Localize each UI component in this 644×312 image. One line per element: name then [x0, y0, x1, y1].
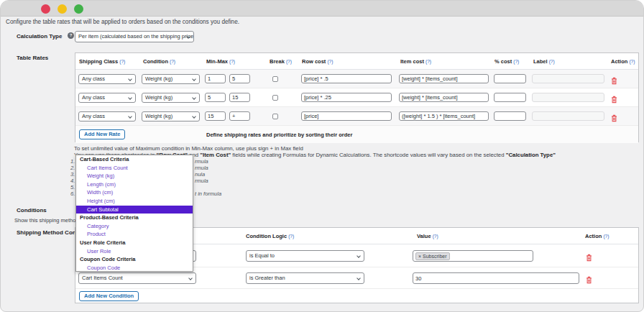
shipping-class-select[interactable]: Any class [78, 111, 136, 121]
max-input[interactable]: 15 [229, 93, 250, 102]
break-checkbox[interactable] [272, 76, 278, 82]
delete-rate-button[interactable] [611, 75, 617, 83]
max-input[interactable]: + [229, 111, 250, 121]
shipping-class-select[interactable]: Any class [78, 93, 136, 103]
rates-footer-note: Define shipping rates and prioritize by … [206, 132, 352, 138]
item-cost-input[interactable]: [weight] * [items_count] [399, 74, 489, 83]
help-marker[interactable]: (?) [288, 234, 294, 239]
help-marker[interactable]: (?) [170, 59, 175, 64]
item-cost-input[interactable]: ([weight] * 1.5 ) * [items_count] [399, 111, 489, 121]
row-cost-input[interactable]: [price] * .25 [301, 93, 392, 102]
col-condition: Condition (?) [143, 58, 175, 65]
delete-condition-button[interactable] [586, 252, 592, 260]
chevron-down-icon [128, 96, 132, 100]
chevron-down-icon [192, 96, 196, 100]
label-input[interactable] [532, 93, 604, 102]
list-fragment: rmula [195, 165, 208, 171]
help-marker[interactable]: (?) [603, 234, 609, 239]
chip-label: Subscriber [423, 254, 446, 259]
condition-type-select[interactable]: Cart Items Count [78, 272, 196, 284]
criteria-dropdown: Cart-Based Criteria Cart Items Count Wei… [75, 155, 193, 272]
list-number: 5. [70, 184, 75, 191]
col-shipping-class: Shipping Class (?) [79, 58, 125, 65]
row-cost-input[interactable]: [price] [301, 111, 392, 121]
chevron-down-icon [192, 114, 196, 119]
chevron-down-icon [188, 276, 193, 280]
dropdown-option[interactable]: User Role [76, 247, 193, 256]
window-close-icon[interactable] [41, 4, 50, 14]
label-input[interactable] [532, 74, 604, 83]
delete-condition-button[interactable] [586, 274, 592, 282]
dropdown-option[interactable]: Cart Items Count [76, 164, 193, 173]
break-checkbox[interactable] [272, 95, 278, 101]
min-input[interactable]: 15 [205, 111, 226, 121]
intro-text: Configure the table rates that will be a… [6, 19, 239, 25]
window-maximize-icon[interactable] [74, 4, 83, 14]
list-fragment: t in formula [195, 191, 221, 197]
calculation-type-select[interactable]: Per item (calculated based on the shippi… [75, 31, 194, 42]
table-rates-card: Shipping Class (?) Condition (?) Min-Max… [75, 52, 639, 142]
condition-logic-select[interactable]: is Greater than [246, 272, 364, 284]
condition-select[interactable]: Weight (kg) [142, 93, 200, 103]
pct-cost-input[interactable] [494, 93, 526, 102]
break-checkbox[interactable] [272, 114, 278, 119]
min-input[interactable]: 1 [205, 74, 226, 83]
help-marker[interactable]: (?) [119, 59, 125, 64]
chevron-down-icon [356, 276, 361, 280]
help-marker[interactable]: (?) [286, 59, 292, 64]
window-minimize-icon[interactable] [58, 4, 67, 14]
delete-rate-button[interactable] [611, 112, 617, 120]
col-break: Break (?) [270, 58, 292, 65]
dropdown-option[interactable]: Coupon Code [76, 264, 193, 272]
dropdown-option[interactable]: Weight (kg) [76, 172, 193, 180]
help-marker[interactable]: (?) [229, 59, 235, 64]
chevron-down-icon [356, 254, 361, 258]
condition-value-input[interactable]: × Subscriber [413, 250, 533, 262]
max-input[interactable]: 5 [229, 74, 250, 83]
chip-remove-icon[interactable]: × [418, 254, 421, 259]
help-marker[interactable]: (?) [426, 59, 431, 64]
pct-cost-input[interactable] [494, 74, 526, 83]
list-fragment: rmula [195, 158, 208, 165]
col-action: Action (?) [611, 58, 635, 65]
delete-rate-button[interactable] [611, 93, 617, 101]
dropdown-group-label: Coupon Code Criteria [76, 255, 193, 264]
list-number: 2. [70, 165, 75, 171]
condition-logic-select[interactable]: is Equal to [246, 250, 364, 262]
condition-select[interactable]: Weight (kg) [142, 74, 200, 84]
calculation-type-value: Per item (calculated based on the shippi… [78, 33, 194, 40]
shipping-class-select[interactable]: Any class [78, 74, 136, 84]
condition-value-input[interactable]: 30 [413, 272, 579, 284]
condition-select[interactable]: Weight (kg) [142, 111, 200, 121]
help-marker[interactable]: (?) [513, 59, 519, 64]
dropdown-group-label: Product-Based Criteria [76, 214, 193, 222]
dropdown-option[interactable]: Height (cm) [76, 197, 193, 206]
app-window: Configure the table rates that will be a… [0, 0, 644, 312]
list-fragment: rmula [195, 178, 208, 184]
row-cost-input[interactable]: [price] * .5 [301, 74, 392, 83]
label-input[interactable] [532, 111, 604, 121]
dropdown-option[interactable]: Category [76, 222, 193, 231]
help-marker[interactable]: (?) [549, 59, 555, 64]
pct-cost-input[interactable] [494, 111, 526, 121]
help-icon[interactable]: ? [68, 32, 74, 39]
add-new-rate-button[interactable]: Add New Rate [79, 129, 125, 139]
window-titlebar [1, 1, 643, 17]
value-chip[interactable]: × Subscriber [415, 252, 450, 260]
dropdown-option[interactable]: Length (cm) [76, 180, 193, 189]
help-marker[interactable]: (?) [433, 234, 438, 239]
chevron-down-icon [128, 114, 132, 119]
col-pct-cost: % cost (?) [494, 58, 519, 65]
list-number: 6. [70, 191, 75, 197]
list-fragment: nula [195, 171, 205, 178]
add-new-condition-button[interactable]: Add New Condition [79, 291, 139, 301]
help-marker[interactable]: (?) [629, 59, 635, 64]
min-input[interactable]: 5 [205, 93, 226, 102]
help-marker[interactable]: (?) [327, 59, 333, 64]
list-number: 3. [70, 171, 75, 178]
dropdown-option[interactable]: Product [76, 230, 193, 239]
dropdown-option[interactable]: Width (cm) [76, 188, 193, 197]
dropdown-option-selected[interactable]: Cart Subtotal [76, 206, 193, 214]
item-cost-input[interactable]: [weight] * [items_count] [399, 93, 489, 102]
col-value: Value (?) [417, 233, 438, 239]
